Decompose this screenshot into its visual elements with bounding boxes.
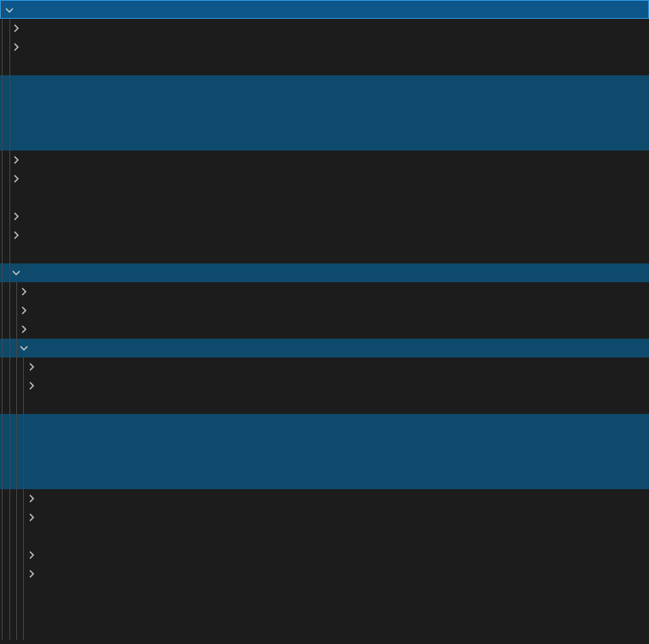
chevron-right-icon[interactable] bbox=[17, 285, 31, 298]
indent-guide-line bbox=[16, 452, 17, 470]
tree-row[interactable]: layout_score = 0.9149984121322632 bbox=[0, 56, 649, 75]
chevron-right-icon[interactable] bbox=[9, 210, 23, 223]
indent-guide-line bbox=[2, 621, 3, 640]
indent-guide-line bbox=[9, 414, 10, 433]
tree-row[interactable]: model_extra = None bbox=[0, 188, 649, 207]
indent-guide-line bbox=[9, 564, 10, 583]
tree-row[interactable]: 0 = PageConfidenceScores(parse_score=1.0… bbox=[0, 339, 649, 357]
chevron-right-icon[interactable] bbox=[9, 153, 23, 167]
tree-row[interactable]: model_config = {} bbox=[0, 508, 649, 527]
indent-guide-line bbox=[9, 245, 10, 263]
tree-row[interactable]: mean_score = 0.9574992060661316 bbox=[0, 132, 649, 151]
indent-guide-line bbox=[2, 245, 3, 263]
debug-variables-tree: confidence = ConfidenceReport(parse_scor… bbox=[0, 0, 649, 640]
indent-guide-line bbox=[16, 395, 17, 414]
tree-row[interactable]: low_score = 0.91924849152565 bbox=[0, 433, 649, 452]
indent-guide-line bbox=[9, 357, 10, 376]
chevron-right-icon[interactable] bbox=[17, 304, 31, 317]
tree-row[interactable]: model_computed_fields = {'mean_grade': C… bbox=[0, 489, 649, 508]
tree-row[interactable]: model_fields = {'parse_score': FieldInfo… bbox=[0, 207, 649, 226]
chevron-right-icon[interactable] bbox=[25, 511, 38, 524]
tree-row[interactable]: low_score = 0.91924849152565 bbox=[0, 94, 649, 113]
indent-guide-line bbox=[2, 508, 3, 527]
tree-row[interactable]: mean_grade = <QualityGrade.EXCELLENT: 'e… bbox=[0, 113, 649, 132]
indent-guide-line bbox=[9, 56, 10, 75]
indent-guide-line bbox=[16, 621, 17, 640]
chevron-right-icon[interactable] bbox=[9, 40, 23, 54]
indent-guide-line bbox=[16, 564, 17, 583]
indent-guide-line bbox=[2, 151, 3, 169]
indent-guide-line bbox=[9, 395, 10, 414]
chevron-right-icon[interactable] bbox=[25, 360, 38, 374]
indent-guide-line bbox=[23, 414, 24, 433]
tree-row[interactable]: model_computed_fields = {'mean_grade': C… bbox=[0, 151, 649, 169]
chevron-right-icon[interactable] bbox=[9, 21, 23, 35]
tree-row[interactable]: special variables bbox=[0, 19, 649, 38]
indent-guide-line bbox=[16, 433, 17, 452]
indent-guide-line bbox=[2, 546, 3, 564]
indent-guide-line bbox=[23, 508, 24, 527]
chevron-right-icon[interactable] bbox=[17, 322, 31, 336]
indent-guide-line bbox=[23, 357, 24, 376]
indent-guide-line bbox=[2, 113, 3, 132]
tree-row[interactable]: model_fields = {'parse_score': FieldInfo… bbox=[0, 546, 649, 564]
tree-row[interactable]: low_grade = <QualityGrade.EXCELLENT: 'ex… bbox=[0, 414, 649, 433]
indent-guide-line bbox=[16, 508, 17, 527]
chevron-right-icon[interactable] bbox=[25, 492, 38, 505]
indent-guide-line bbox=[16, 602, 17, 621]
indent-guide-line bbox=[16, 489, 17, 508]
indent-guide-line bbox=[2, 75, 3, 94]
indent-guide-line bbox=[23, 621, 24, 640]
chevron-right-icon[interactable] bbox=[9, 172, 23, 186]
tree-row[interactable]: special variables bbox=[0, 282, 649, 301]
indent-guide-line bbox=[23, 583, 24, 602]
indent-guide-line bbox=[9, 489, 10, 508]
indent-guide-line bbox=[2, 169, 3, 188]
tree-row[interactable]: special variables bbox=[0, 357, 649, 376]
indent-guide-line bbox=[9, 621, 10, 640]
chevron-down-icon[interactable] bbox=[17, 341, 31, 355]
tree-row[interactable]: function variables bbox=[0, 376, 649, 395]
tree-row[interactable]: confidence = ConfidenceReport(parse_scor… bbox=[0, 0, 649, 19]
tree-row[interactable]: function variables bbox=[0, 301, 649, 320]
indent-guide-line bbox=[2, 19, 3, 38]
tree-row[interactable]: model_fields_set = {'parse_score', 'ocr_… bbox=[0, 564, 649, 583]
indent-guide-line bbox=[9, 376, 10, 395]
indent-guide-line bbox=[23, 470, 24, 489]
tree-row[interactable]: table_score = nan bbox=[0, 621, 649, 640]
chevron-down-icon[interactable] bbox=[9, 266, 23, 280]
tree-row[interactable]: mean_score = 0.9574992060661316 bbox=[0, 470, 649, 489]
indent-guide-line bbox=[2, 263, 3, 282]
tree-row[interactable]: parse_score = 1.0 bbox=[0, 602, 649, 621]
indent-guide-line bbox=[2, 583, 3, 602]
tree-row[interactable]: ocr_score = nan bbox=[0, 245, 649, 263]
chevron-right-icon[interactable] bbox=[9, 228, 23, 242]
chevron-right-icon[interactable] bbox=[25, 379, 38, 393]
indent-guide-line bbox=[2, 357, 3, 376]
chevron-right-icon[interactable] bbox=[25, 548, 38, 562]
tree-row[interactable]: mean_grade = <QualityGrade.EXCELLENT: 'e… bbox=[0, 452, 649, 470]
tree-row[interactable]: function variables bbox=[0, 38, 649, 56]
indent-guide-line bbox=[23, 602, 24, 621]
indent-guide-line bbox=[2, 527, 3, 546]
chevron-right-icon[interactable] bbox=[25, 567, 38, 581]
tree-row[interactable]: ocr_score = nan bbox=[0, 583, 649, 602]
indent-guide-line bbox=[2, 452, 3, 470]
tree-row[interactable]: layout_score = 0.9149984121322632 bbox=[0, 395, 649, 414]
chevron-down-icon[interactable] bbox=[3, 3, 16, 17]
indent-guide-line bbox=[2, 489, 3, 508]
indent-guide-line bbox=[2, 433, 3, 452]
tree-row[interactable]: model_extra = None bbox=[0, 527, 649, 546]
tree-row[interactable]: model_config = {} bbox=[0, 169, 649, 188]
indent-guide-line bbox=[9, 527, 10, 546]
tree-row[interactable]: model_fields_set = {'ocr_score', 'layout… bbox=[0, 226, 649, 245]
tree-row[interactable]: pages = defaultdict(<class 'docling.data… bbox=[0, 263, 649, 282]
indent-guide-line bbox=[2, 602, 3, 621]
tree-row[interactable]: class variables bbox=[0, 320, 649, 339]
tree-row[interactable]: low_grade = <QualityGrade.EXCELLENT: 'ex… bbox=[0, 75, 649, 94]
indent-guide-line bbox=[16, 376, 17, 395]
indent-guide-line bbox=[2, 188, 3, 207]
indent-guide-line bbox=[9, 94, 10, 113]
indent-guide-line bbox=[23, 527, 24, 546]
indent-guide-line bbox=[9, 546, 10, 564]
